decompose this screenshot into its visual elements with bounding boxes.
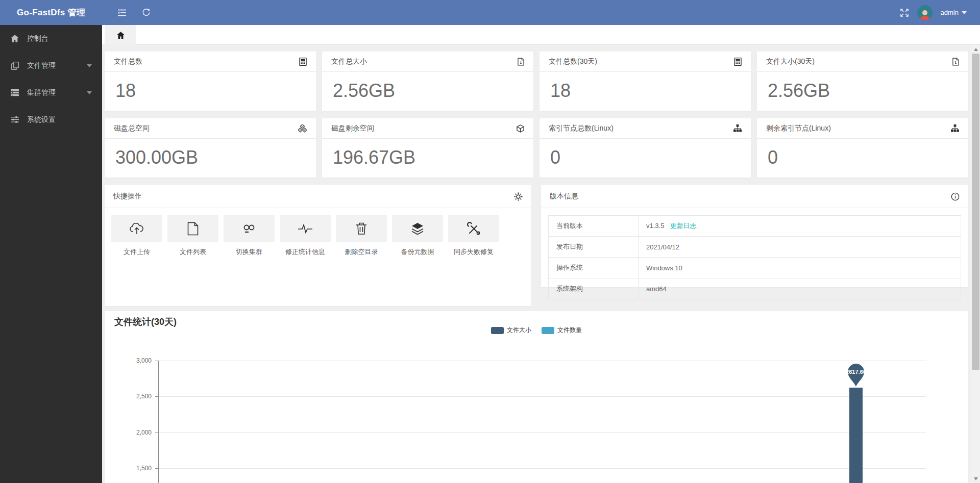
calculator-icon <box>734 58 742 66</box>
triangle-up-icon <box>974 48 978 51</box>
action-file-list[interactable]: 文件列表 <box>167 215 218 257</box>
sidebar-item-file-management[interactable]: 文件管理 <box>0 52 102 79</box>
caret-down-icon <box>87 64 92 67</box>
top-navbar: Go-FastDfs 管理 admin <box>0 0 980 25</box>
table-row: 发布日期 2021/04/12 <box>549 237 961 258</box>
action-file-upload[interactable]: 文件上传 <box>111 215 162 257</box>
pin-value-label: 2617.66 <box>846 369 866 375</box>
stat-card-label: 磁盘剩余空间 <box>331 124 374 133</box>
scroll-up-button[interactable] <box>971 45 980 54</box>
trash-icon <box>355 222 368 235</box>
user-name: admin <box>941 9 959 16</box>
legend-item-file-count[interactable]: 文件数量 <box>542 326 582 335</box>
stat-card-value: 0 <box>757 139 968 168</box>
version-info-panel: 版本信息 当前版本 v1.3.5更新日志 发布日期 2021/04/12 操作系… <box>541 185 968 287</box>
caret-down-icon <box>87 91 92 94</box>
gridline <box>158 433 926 433</box>
user-avatar[interactable] <box>917 5 933 20</box>
table-row: 当前版本 v1.3.5更新日志 <box>549 216 961 237</box>
stat-card-inodes-free: 剩余索引节点(Linux) 0 <box>757 118 968 177</box>
calculator-icon <box>299 58 307 66</box>
scrollbar-thumb[interactable] <box>972 54 979 370</box>
sliders-icon <box>10 116 19 123</box>
tab-home[interactable] <box>105 25 136 45</box>
action-label: 文件列表 <box>167 247 218 257</box>
legend-item-file-size[interactable]: 文件大小 <box>491 326 531 335</box>
quick-actions-row: 文件上传 文件列表 切换集群 <box>105 208 531 257</box>
action-label: 修正统计信息 <box>280 247 331 257</box>
action-sync-repair[interactable]: 同步失败修复 <box>448 215 499 257</box>
refresh-icon[interactable] <box>142 8 151 17</box>
action-label: 删除空目录 <box>336 247 387 257</box>
tools-icon <box>467 222 481 236</box>
file-stats-chart-panel: 文件统计(30天) 文件大小 文件数量 3,000 2,500 2,000 1,… <box>105 311 968 483</box>
table-row: 操作系统 Windows 10 <box>549 258 961 278</box>
copy-icon <box>10 62 19 70</box>
action-delete-empty-dirs[interactable]: 删除空目录 <box>336 215 387 257</box>
action-switch-cluster[interactable]: 切换集群 <box>224 215 275 257</box>
cloud-upload-icon <box>129 222 144 235</box>
stat-card-total-size: 文件总大小 2.56GB <box>322 52 533 111</box>
user-menu[interactable]: admin <box>941 9 967 16</box>
table-row: 系统架构 amd64 <box>549 278 961 299</box>
stat-card-value: 300.00GB <box>105 139 316 168</box>
stat-card-total-files-30d: 文件总数(30天) 18 <box>540 52 751 111</box>
stat-card-value: 196.67GB <box>322 139 533 168</box>
gridline <box>158 468 926 469</box>
changelog-link[interactable]: 更新日志 <box>670 222 696 230</box>
vertical-scrollbar[interactable] <box>971 45 980 483</box>
sitemap-icon <box>951 124 959 132</box>
gear-icon[interactable] <box>514 192 523 201</box>
home-icon <box>10 35 19 42</box>
sidebar: 控制台 文件管理 集群管理 系统设置 <box>0 25 102 483</box>
stat-card-label: 磁盘总空间 <box>114 124 150 133</box>
collapse-sidebar-icon[interactable] <box>117 9 127 17</box>
sidebar-item-cluster-management[interactable]: 集群管理 <box>0 79 102 106</box>
y-tick-label: 1,500 <box>120 465 152 472</box>
stat-card-disk-free: 磁盘剩余空间 196.67GB <box>322 118 533 177</box>
scroll-down-button[interactable] <box>971 474 980 483</box>
infinity-icon <box>241 222 257 235</box>
stat-card-label: 索引节点总数(Linux) <box>549 124 614 133</box>
action-label: 同步失败修复 <box>448 247 499 257</box>
sitemap-icon <box>733 124 742 132</box>
stat-card-value: 18 <box>105 72 316 101</box>
version-panel-title: 版本信息 <box>550 192 578 201</box>
stat-card-label: 剩余索引节点(Linux) <box>766 124 831 133</box>
legend-swatch <box>542 327 554 334</box>
legend-swatch <box>491 327 504 334</box>
cube-icon <box>517 124 524 133</box>
quick-actions-panel: 快捷操作 文件上传 <box>105 185 531 306</box>
server-icon <box>10 89 19 96</box>
stat-cards-grid: 文件总数 18 文件总大小 2.56GB 文件总数(30天) 18 文件大小(3… <box>105 52 968 177</box>
sidebar-item-console[interactable]: 控制台 <box>0 25 102 52</box>
y-tick-label: 2,000 <box>120 429 152 436</box>
version-row-value: amd64 <box>639 278 961 299</box>
navbar-right-group: admin <box>900 5 980 20</box>
stat-card-label: 文件总数(30天) <box>549 57 597 66</box>
chart-legend: 文件大小 文件数量 <box>105 326 968 335</box>
stat-card-inodes-total: 索引节点总数(Linux) 0 <box>540 118 751 177</box>
y-tick-label: 3,000 <box>120 357 152 364</box>
bar-file-size <box>849 388 863 483</box>
y-axis <box>158 361 159 483</box>
version-row-label: 系统架构 <box>549 278 639 299</box>
version-row-value: 2021/04/12 <box>639 237 961 258</box>
info-icon[interactable] <box>951 192 960 201</box>
layers-icon <box>410 222 425 236</box>
version-row-label: 操作系统 <box>549 258 639 278</box>
current-version-value: v1.3.5 <box>646 222 664 230</box>
action-fix-stats[interactable]: 修正统计信息 <box>280 215 331 257</box>
action-label: 切换集群 <box>224 247 275 257</box>
sidebar-item-label: 集群管理 <box>27 88 56 97</box>
stat-card-value: 2.56GB <box>322 72 533 101</box>
action-label: 备份元数据 <box>392 247 443 257</box>
stat-card-label: 文件大小(30天) <box>766 57 815 66</box>
action-backup-metadata[interactable]: 备份元数据 <box>392 215 443 257</box>
fullscreen-icon[interactable] <box>900 8 909 17</box>
sidebar-item-system-settings[interactable]: 系统设置 <box>0 106 102 133</box>
stat-card-size-30d: 文件大小(30天) 2.56GB <box>757 52 968 111</box>
stat-card-total-files: 文件总数 18 <box>105 52 316 111</box>
y-tick-label: 2,500 <box>120 393 152 400</box>
version-row-value: v1.3.5更新日志 <box>639 216 961 237</box>
